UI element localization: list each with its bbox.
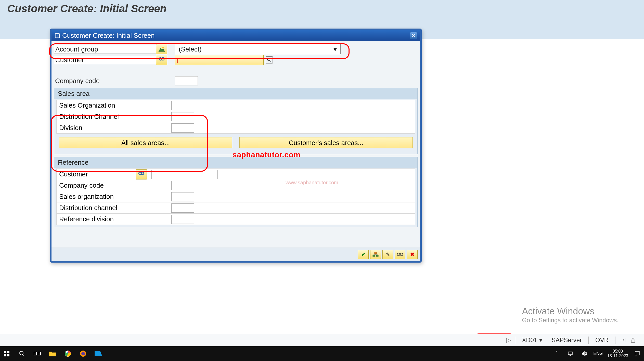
ref-company-code-input[interactable]: [171, 181, 194, 190]
svg-rect-19: [38, 352, 41, 355]
lock-icon[interactable]: [630, 337, 636, 343]
watermark-text: saphanatutor.com: [233, 150, 300, 159]
server-name: SAPServer: [549, 337, 584, 344]
customer-input[interactable]: |: [175, 55, 264, 65]
svg-rect-24: [568, 352, 572, 355]
page-header: Customer Create: Initial Screen: [0, 0, 644, 23]
customer-sales-areas-button[interactable]: Customer's sales areas...: [239, 137, 413, 148]
svg-rect-8: [373, 255, 375, 256]
firefox-icon[interactable]: [79, 349, 88, 358]
start-button[interactable]: [2, 349, 11, 358]
svg-rect-15: [4, 354, 6, 356]
svg-rect-14: [7, 351, 9, 353]
all-sales-areas-label: All sales areas...: [121, 139, 170, 147]
ref-division-input[interactable]: [171, 215, 194, 224]
svg-rect-16: [7, 354, 9, 356]
sap-status-bar: ▷ XD01 ▾ SAPServer OVR: [0, 334, 644, 346]
customer-label: Customer: [54, 56, 156, 64]
svg-rect-18: [34, 352, 36, 355]
language-indicator[interactable]: ENG: [593, 349, 603, 358]
transaction-code[interactable]: XD01 ▾: [519, 337, 545, 344]
activate-windows-sub: Go to Settings to activate Windows.: [522, 317, 619, 324]
dist-channel-label: Distribution Channel: [57, 111, 171, 122]
svg-point-10: [397, 253, 400, 256]
svg-rect-12: [631, 340, 635, 342]
division-input[interactable]: [171, 123, 194, 133]
task-view-icon[interactable]: [33, 349, 42, 358]
all-sales-areas-button[interactable]: All sales areas...: [59, 137, 232, 148]
status-play-icon: ▷: [506, 337, 511, 344]
clock[interactable]: 05:08 13-11-2023: [607, 349, 628, 358]
chevron-down-icon: ▾: [333, 45, 337, 53]
account-group-icon-button[interactable]: [156, 44, 167, 54]
watermark-text-2: www.saphanatutor.com: [286, 180, 338, 186]
tcode-text: XD01: [522, 337, 537, 344]
company-code-label: Company code: [54, 77, 156, 85]
volume-icon[interactable]: [579, 349, 589, 358]
file-explorer-icon[interactable]: [48, 349, 57, 358]
chrome-icon[interactable]: [63, 349, 72, 358]
ref-division-label: Reference division: [57, 214, 171, 225]
edit-button[interactable]: ✎: [382, 250, 393, 259]
dist-channel-input[interactable]: [171, 112, 194, 121]
ref-customer-input[interactable]: [151, 170, 218, 179]
tray-expand-icon[interactable]: ˄: [552, 349, 561, 358]
svg-point-17: [20, 351, 23, 355]
account-group-select-value: (Select): [179, 45, 202, 53]
ref-customer-label: Customer: [57, 169, 136, 180]
page-title: Customer Create: Initial Screen: [7, 3, 637, 15]
svg-rect-13: [4, 351, 6, 353]
date-text: 13-11-2023: [607, 354, 628, 358]
time-text: 05:08: [613, 349, 623, 354]
account-group-select[interactable]: (Select) ▾: [175, 44, 341, 54]
ref-dist-channel-label: Distribution channel: [57, 202, 171, 213]
dialog-titlebar: Customer Create: Initial Screen: [51, 30, 420, 41]
display-button[interactable]: [395, 250, 405, 259]
dialog-icon: [55, 33, 60, 38]
svg-point-11: [400, 253, 403, 256]
sales-org-label: Sales Organization: [57, 100, 171, 111]
org-structure-button[interactable]: [370, 250, 381, 259]
company-code-input[interactable]: [175, 76, 198, 85]
ref-sales-org-input[interactable]: [171, 192, 194, 201]
cancel-button[interactable]: ✖: [407, 250, 418, 259]
chevron-down-icon: ▾: [539, 337, 542, 344]
ref-sales-org-label: Sales organization: [57, 191, 171, 202]
svg-rect-7: [375, 252, 377, 254]
layout-icon[interactable]: [620, 337, 626, 343]
dialog-action-bar: ✔ ✎ ✖: [51, 248, 420, 261]
sap-gui-icon[interactable]: [94, 349, 103, 358]
sales-org-input[interactable]: [171, 101, 194, 110]
svg-rect-9: [376, 255, 378, 256]
insert-mode: OVR: [593, 337, 611, 344]
customer-search-help-button[interactable]: [156, 55, 167, 65]
dialog-title-text: Customer Create: Initial Screen: [62, 32, 155, 40]
ref-dist-channel-input[interactable]: [171, 203, 194, 213]
svg-point-4: [267, 58, 270, 61]
close-icon: ✖: [410, 251, 415, 257]
dialog-customer-create: Customer Create: Initial Screen Account …: [50, 29, 422, 263]
ok-button[interactable]: ✔: [358, 250, 369, 259]
ref-customer-search-help-button[interactable]: [136, 169, 147, 179]
sales-area-group: Sales area Sales Organization Distributi…: [54, 88, 418, 154]
activate-windows-overlay: Activate Windows Go to Settings to activ…: [522, 306, 619, 324]
customer-value-help-button[interactable]: [266, 56, 273, 63]
division-label: Division: [57, 122, 171, 133]
pencil-icon: ✎: [386, 251, 390, 257]
svg-rect-0: [55, 33, 60, 38]
sales-area-header: Sales area: [54, 88, 417, 99]
dialog-close-button[interactable]: [410, 32, 417, 39]
svg-point-1: [162, 47, 164, 48]
reference-group: Reference Customer Company code Sales or…: [54, 157, 418, 227]
search-icon[interactable]: [17, 349, 27, 358]
network-icon[interactable]: [566, 349, 575, 358]
account-group-label: Account group: [54, 45, 156, 54]
customer-sales-areas-label: Customer's sales areas...: [289, 139, 364, 147]
activate-windows-title: Activate Windows: [522, 306, 619, 317]
ref-company-code-label: Company code: [57, 180, 171, 191]
svg-rect-25: [635, 352, 640, 355]
notifications-icon[interactable]: [633, 349, 642, 358]
svg-point-23: [81, 352, 85, 355]
dialog-body: Account group (Select) ▾ Customer | Comp…: [51, 41, 420, 248]
windows-taskbar: ˄ ENG 05:08 13-11-2023: [0, 346, 644, 361]
